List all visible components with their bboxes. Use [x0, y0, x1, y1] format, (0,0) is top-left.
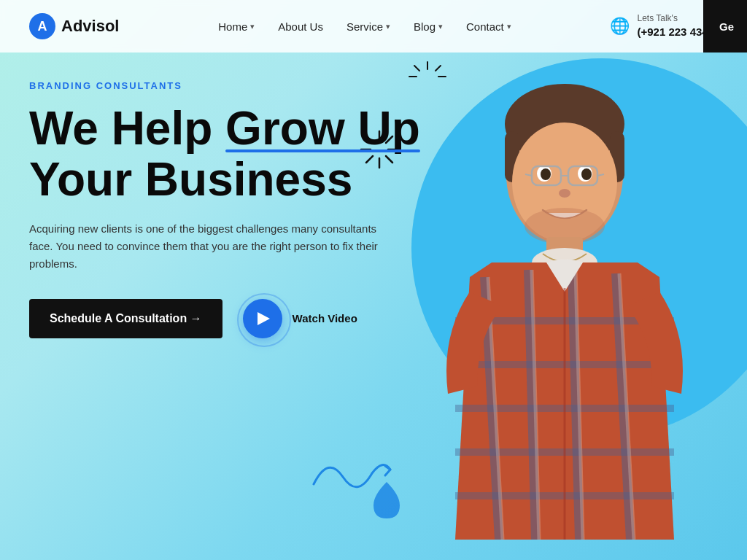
- nav-item-about[interactable]: About Us: [278, 20, 323, 33]
- nav-right: 🌐 Lets Talk's (+921 223 4344): [610, 13, 718, 39]
- svg-point-14: [559, 189, 570, 198]
- logo-icon: A: [29, 13, 55, 39]
- nav-item-home[interactable]: Home ▾: [218, 20, 255, 33]
- get-button[interactable]: Ge: [703, 0, 747, 52]
- schedule-consultation-button[interactable]: Schedule A Consultation →: [29, 299, 222, 338]
- globe-icon: 🌐: [610, 17, 630, 36]
- chevron-down-icon: ▾: [507, 22, 511, 31]
- logo-area: A Advisol: [29, 13, 119, 39]
- lets-talk: 🌐 Lets Talk's (+921 223 4344): [610, 13, 718, 39]
- nav-item-blog[interactable]: Blog ▾: [414, 20, 443, 33]
- hero-actions: Schedule A Consultation → Watch Video: [29, 299, 420, 338]
- watch-video-group: Watch Video: [243, 299, 357, 338]
- person-svg: [382, 29, 747, 540]
- chevron-down-icon: ▾: [250, 22, 255, 31]
- hero-section: A Advisol Home ▾ About Us Service ▾: [0, 0, 747, 560]
- watch-label: Watch Video: [293, 312, 357, 324]
- chevron-down-icon: ▾: [386, 22, 390, 31]
- svg-point-8: [581, 168, 592, 180]
- title-highlight: Grow Up: [225, 103, 420, 154]
- hero-content: BRANDING CONSULTANTS We Help Grow Up You…: [29, 80, 420, 338]
- hero-person-image: [382, 29, 747, 540]
- svg-line-32: [436, 66, 441, 71]
- svg-line-31: [414, 66, 419, 71]
- hero-title: We Help Grow Up Your Business: [29, 103, 420, 206]
- branding-label: BRANDING CONSULTANTS: [29, 80, 420, 91]
- nav-item-contact[interactable]: Contact ▾: [466, 20, 511, 33]
- squiggle-decoration: [306, 448, 394, 502]
- hero-description: Acquiring new clients is one of the bigg…: [29, 220, 394, 273]
- svg-point-7: [541, 168, 551, 180]
- navbar: A Advisol Home ▾ About Us Service ▾: [0, 0, 747, 52]
- nav-item-service[interactable]: Service ▾: [347, 20, 390, 33]
- play-button[interactable]: [243, 299, 282, 338]
- logo-name: Advisol: [61, 17, 119, 36]
- chevron-down-icon: ▾: [438, 22, 443, 31]
- nav-links: Home ▾ About Us Service ▾ Blog ▾: [218, 20, 511, 33]
